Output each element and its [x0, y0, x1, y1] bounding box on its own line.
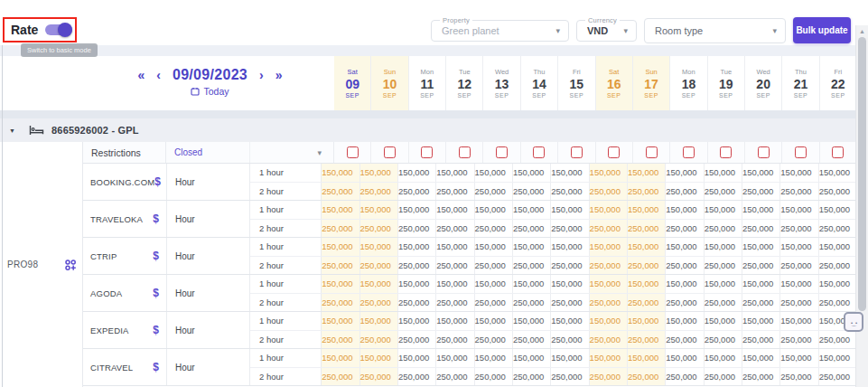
scrollbar-thumb[interactable] — [858, 37, 866, 311]
rate-value-cell-13[interactable]: 150,000 — [474, 312, 512, 330]
closed-checkbox-16[interactable] — [608, 146, 620, 158]
rate-value-cell-10[interactable]: 250,000 — [359, 368, 397, 386]
closed-checkbox-11[interactable] — [421, 146, 433, 158]
rate-value-cell-21[interactable]: 250,000 — [779, 220, 817, 238]
rate-value-cell-22[interactable]: 250,000 — [818, 183, 856, 201]
rate-value-cell-18[interactable]: 150,000 — [665, 312, 703, 330]
rate-value-cell-19[interactable]: 250,000 — [704, 331, 742, 349]
rate-value-cell-11[interactable]: 150,000 — [397, 349, 435, 367]
rate-value-cell-13[interactable]: 150,000 — [474, 201, 512, 219]
rate-value-cell-20[interactable]: 150,000 — [742, 164, 779, 182]
rate-value-cell-13[interactable]: 250,000 — [474, 368, 512, 386]
rate-mode-toggle[interactable] — [45, 23, 72, 37]
date-cell-wed-13[interactable]: Wed13SEP — [482, 56, 519, 110]
rate-value-cell-16[interactable]: 150,000 — [589, 201, 627, 219]
rate-value-cell-21[interactable]: 150,000 — [779, 349, 817, 367]
rate-value-cell-16[interactable]: 150,000 — [589, 164, 627, 182]
today-button[interactable]: Today — [90, 86, 330, 97]
rate-value-cell-09[interactable]: 150,000 — [322, 349, 359, 367]
rate-value-cell-18[interactable]: 250,000 — [665, 368, 703, 386]
rate-value-cell-18[interactable]: 250,000 — [665, 257, 703, 275]
closed-checkbox-14[interactable] — [533, 146, 545, 158]
rate-value-cell-14[interactable]: 250,000 — [512, 294, 550, 312]
rate-value-cell-13[interactable]: 150,000 — [474, 349, 512, 367]
rate-value-cell-19[interactable]: 150,000 — [704, 238, 742, 256]
rate-value-cell-18[interactable]: 250,000 — [665, 220, 703, 238]
rate-value-cell-16[interactable]: 150,000 — [589, 238, 627, 256]
rate-value-cell-22[interactable]: 250,000 — [818, 368, 856, 386]
rate-value-cell-18[interactable]: 150,000 — [665, 349, 703, 367]
rate-value-cell-15[interactable]: 250,000 — [550, 331, 588, 349]
rate-value-cell-21[interactable]: 150,000 — [779, 275, 817, 293]
rate-value-cell-22[interactable]: 150,000 — [818, 238, 856, 256]
rate-value-cell-12[interactable]: 250,000 — [435, 294, 473, 312]
date-cell-tue-12[interactable]: Tue12SEP — [445, 56, 482, 110]
rate-plan-actions-icon[interactable] — [64, 259, 77, 271]
rate-value-cell-11[interactable]: 150,000 — [397, 201, 435, 219]
rate-value-cell-09[interactable]: 150,000 — [322, 312, 359, 330]
rate-value-cell-18[interactable]: 150,000 — [665, 201, 703, 219]
rate-value-cell-16[interactable]: 150,000 — [589, 275, 627, 293]
rate-value-cell-17[interactable]: 250,000 — [627, 368, 665, 386]
rate-value-cell-16[interactable]: 150,000 — [589, 349, 627, 367]
rate-value-cell-13[interactable]: 150,000 — [474, 164, 512, 182]
rate-value-cell-19[interactable]: 150,000 — [704, 312, 742, 330]
rate-value-cell-17[interactable]: 150,000 — [627, 349, 665, 367]
closed-checkbox-20[interactable] — [758, 146, 770, 158]
rate-value-cell-19[interactable]: 250,000 — [704, 220, 742, 238]
currency-select[interactable]: Currency VND ▾ — [576, 20, 637, 42]
rate-value-cell-11[interactable]: 150,000 — [397, 164, 435, 182]
date-cell-tue-19[interactable]: Tue19SEP — [707, 56, 744, 110]
date-cell-thu-14[interactable]: Thu14SEP — [520, 56, 557, 110]
rate-value-cell-17[interactable]: 150,000 — [627, 312, 665, 330]
rate-value-cell-09[interactable]: 150,000 — [322, 275, 359, 293]
rate-value-cell-15[interactable]: 250,000 — [550, 294, 588, 312]
rate-value-cell-22[interactable]: 150,000 — [818, 201, 856, 219]
rate-value-cell-10[interactable]: 150,000 — [359, 164, 397, 182]
room-type-select[interactable]: Room type ▾ — [644, 18, 786, 43]
rate-value-cell-10[interactable]: 250,000 — [359, 257, 397, 275]
rate-value-cell-10[interactable]: 150,000 — [359, 201, 397, 219]
price-icon[interactable]: $ — [154, 175, 161, 188]
prev-day-button[interactable]: ‹ — [156, 69, 161, 81]
rate-value-cell-19[interactable]: 150,000 — [704, 349, 742, 367]
rate-value-cell-16[interactable]: 250,000 — [589, 257, 627, 275]
rate-value-cell-16[interactable]: 250,000 — [589, 331, 627, 349]
rate-value-cell-18[interactable]: 150,000 — [665, 275, 703, 293]
rate-value-cell-14[interactable]: 250,000 — [512, 183, 550, 201]
rate-value-cell-18[interactable]: 250,000 — [665, 331, 703, 349]
closed-checkbox-17[interactable] — [646, 146, 658, 158]
closed-checkbox-18[interactable] — [683, 146, 695, 158]
rate-value-cell-21[interactable]: 150,000 — [779, 312, 817, 330]
rate-value-cell-21[interactable]: 150,000 — [779, 238, 817, 256]
date-cell-fri-22[interactable]: Fri22SEP — [819, 56, 856, 110]
rate-value-cell-18[interactable]: 250,000 — [665, 183, 703, 201]
rate-value-cell-13[interactable]: 250,000 — [474, 257, 512, 275]
rate-value-cell-10[interactable]: 150,000 — [359, 349, 397, 367]
rate-value-cell-20[interactable]: 150,000 — [742, 201, 779, 219]
rate-value-cell-09[interactable]: 250,000 — [322, 331, 359, 349]
date-cell-sun-17[interactable]: Sun17SEP — [632, 56, 669, 110]
date-cell-wed-20[interactable]: Wed20SEP — [744, 56, 781, 110]
rate-value-cell-16[interactable]: 250,000 — [589, 368, 627, 386]
rate-value-cell-22[interactable]: 250,000 — [818, 220, 856, 238]
rate-value-cell-11[interactable]: 250,000 — [397, 220, 435, 238]
closed-checkbox-19[interactable] — [720, 146, 732, 158]
rate-value-cell-13[interactable]: 250,000 — [474, 294, 512, 312]
rate-value-cell-20[interactable]: 150,000 — [742, 238, 779, 256]
price-icon[interactable]: $ — [153, 287, 159, 299]
rate-value-cell-10[interactable]: 250,000 — [359, 331, 397, 349]
closed-checkbox-21[interactable] — [795, 146, 807, 158]
vertical-scrollbar[interactable]: ▲ — [855, 25, 868, 387]
rate-value-cell-12[interactable]: 150,000 — [435, 349, 473, 367]
rate-value-cell-14[interactable]: 150,000 — [512, 164, 550, 182]
current-date[interactable]: 09/09/2023 — [173, 67, 247, 83]
rate-value-cell-12[interactable]: 150,000 — [435, 275, 473, 293]
rate-value-cell-20[interactable]: 250,000 — [742, 257, 779, 275]
rate-value-cell-13[interactable]: 150,000 — [474, 275, 512, 293]
rate-value-cell-20[interactable]: 150,000 — [742, 275, 779, 293]
rate-value-cell-21[interactable]: 150,000 — [779, 201, 817, 219]
next-week-button[interactable]: » — [275, 69, 283, 81]
rate-value-cell-21[interactable]: 250,000 — [779, 294, 817, 312]
rate-value-cell-22[interactable]: 150,000 — [818, 275, 856, 293]
